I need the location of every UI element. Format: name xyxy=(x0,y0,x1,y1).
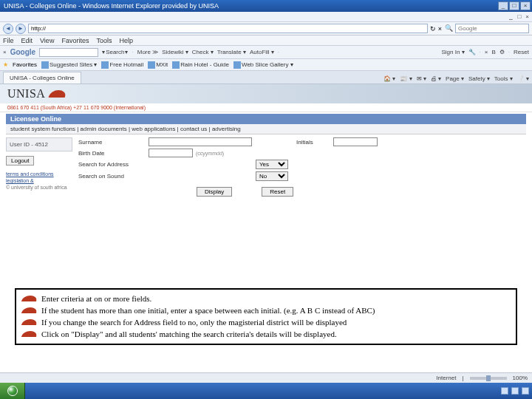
copyright: © university of south africa xyxy=(6,185,72,190)
bullet-icon xyxy=(21,307,38,313)
menu-view[interactable]: View xyxy=(40,37,54,44)
label-search-address: Search for Address xyxy=(78,161,256,168)
note-4: Click on "Display" and all students' mat… xyxy=(41,329,337,340)
select-search-sound[interactable]: No xyxy=(256,171,288,181)
favorites-label[interactable]: Favorites xyxy=(13,61,37,68)
back-button[interactable]: ◄ xyxy=(3,24,13,34)
google-search-input[interactable] xyxy=(39,48,98,57)
fav-hotmail[interactable]: Free Hotmail xyxy=(101,61,143,69)
toolbar-x-icon[interactable]: × xyxy=(3,49,7,55)
menu-file[interactable]: File xyxy=(3,37,14,44)
info-min-icon[interactable]: ⎯ xyxy=(509,13,513,20)
favorites-star-icon[interactable]: ★ xyxy=(3,61,8,68)
select-search-address[interactable]: Yes xyxy=(256,160,288,169)
cmd-help[interactable]: ❔ ▾ xyxy=(517,75,529,82)
toolbar-bold-icon[interactable]: B xyxy=(492,49,496,55)
menu-edit[interactable]: Edit xyxy=(21,37,33,44)
google-brand: Google xyxy=(10,48,35,56)
bullet-icon xyxy=(21,331,38,337)
fav-suggested[interactable]: Suggested Sites ▾ xyxy=(41,61,97,69)
google-search-button[interactable]: ▾ Search ▾ xyxy=(102,49,128,55)
logout-button[interactable]: Logout xyxy=(6,156,34,166)
fav-mxit[interactable]: MXit xyxy=(148,61,168,69)
label-search-sound: Search on Sound xyxy=(78,173,256,180)
toolbar-autofill[interactable]: AutoFill ▾ xyxy=(250,49,274,55)
start-button[interactable] xyxy=(0,383,25,399)
sub-nav: student system functions | admin documen… xyxy=(6,124,526,134)
zoom-thumb[interactable] xyxy=(486,375,491,381)
toolbar-signin[interactable]: Sign In ▾ xyxy=(441,49,464,55)
browser-search-input[interactable] xyxy=(455,24,529,33)
info-close-icon[interactable]: × xyxy=(525,13,529,20)
status-divider: | xyxy=(462,375,463,381)
note-1: Enter criteria at on or more fields. xyxy=(41,293,151,304)
cmd-safety[interactable]: Safety ▾ xyxy=(468,75,490,82)
tray-icon[interactable] xyxy=(522,387,529,395)
menu-help[interactable]: Help xyxy=(119,37,133,44)
fav-rain[interactable]: Rain Hotel - Guide xyxy=(172,61,229,69)
bullet-icon xyxy=(21,296,38,301)
window-title: UNISA - Colleges Online - Windows Intern… xyxy=(1,2,498,10)
instruction-box: Enter criteria at on or more fields. If … xyxy=(15,288,517,345)
address-bar: ◄ ► ↻ × 🔍 xyxy=(0,22,532,35)
note-2: If the student has more than one initial… xyxy=(41,305,375,316)
site-icon xyxy=(148,61,155,69)
toolbar-gear-icon[interactable]: ⚙ xyxy=(499,49,505,55)
input-birthdate[interactable] xyxy=(149,149,193,157)
taskbar xyxy=(0,383,532,399)
link-terms[interactable]: terms and conditions xyxy=(6,171,72,177)
info-max-icon[interactable]: □ xyxy=(517,13,521,20)
toolbar-more[interactable]: More ≫ xyxy=(137,49,158,55)
url-input[interactable] xyxy=(28,24,428,33)
system-tray xyxy=(501,387,532,395)
site-icon xyxy=(233,61,241,69)
swoosh-icon xyxy=(49,90,67,98)
reset-button[interactable]: Reset xyxy=(262,187,293,197)
search-form: Surname Initials Birth Date (ccyymmdd) S… xyxy=(78,137,526,197)
toolbar-reset[interactable]: Reset xyxy=(514,49,529,55)
label-surname: Surname xyxy=(78,139,149,146)
tab-active[interactable]: UNISA - Colleges Online xyxy=(3,72,81,83)
display-button[interactable]: Display xyxy=(197,187,232,197)
cmd-mail[interactable]: ✉ ▾ xyxy=(417,75,426,82)
toolbar-wrench-icon[interactable]: 🔧 xyxy=(468,49,476,55)
cmd-feeds[interactable]: 📰 ▾ xyxy=(400,75,412,82)
close-button[interactable]: × xyxy=(520,1,531,10)
maximize-button[interactable]: □ xyxy=(509,1,519,10)
input-surname[interactable] xyxy=(149,137,252,146)
note-3: If you change the search for Address fie… xyxy=(41,317,347,328)
page-content: UNISA 0861 670 411 (South Africa) +27 11… xyxy=(0,84,532,197)
cmd-page[interactable]: Page ▾ xyxy=(446,75,464,82)
link-legislation[interactable]: legislation & xyxy=(6,178,72,183)
toolbar-translate[interactable]: Translate ▾ xyxy=(217,49,246,55)
toolbar-sidewiki[interactable]: Sidewiki ▾ xyxy=(162,49,188,55)
info-bar: ⎯ □ × xyxy=(0,12,532,22)
window-buttons: _ □ × xyxy=(498,1,531,10)
menu-favorites[interactable]: Favorites xyxy=(61,37,89,44)
phone-bar: 0861 670 411 (South Africa) +27 11 670 9… xyxy=(0,103,532,112)
status-internet: Internet xyxy=(436,375,456,381)
cmd-home[interactable]: 🏠 ▾ xyxy=(383,75,395,82)
tray-icon[interactable] xyxy=(501,387,508,395)
refresh-icon[interactable]: ↻ xyxy=(430,25,436,33)
tray-icon[interactable] xyxy=(511,387,519,395)
sub-nav-links[interactable]: student system functions | admin documen… xyxy=(10,126,241,132)
site-icon xyxy=(172,61,180,69)
menu-tools[interactable]: Tools xyxy=(96,37,112,44)
site-icon xyxy=(101,61,109,69)
zoom-slider[interactable] xyxy=(470,377,507,380)
search-icon[interactable]: 🔍 xyxy=(444,24,453,33)
forward-button[interactable]: ► xyxy=(16,24,26,34)
cmd-tools[interactable]: Tools ▾ xyxy=(494,75,513,82)
input-initials[interactable] xyxy=(333,137,378,146)
toolbar-sep: · xyxy=(132,49,133,55)
cmd-print[interactable]: 🖨 ▾ xyxy=(431,75,441,82)
fav-webslice[interactable]: Web Slice Gallery ▾ xyxy=(233,61,293,69)
stop-icon[interactable]: × xyxy=(438,25,442,33)
user-id-box: User ID - 4512 xyxy=(6,137,72,151)
toolbar-check[interactable]: Check ▾ xyxy=(192,49,214,55)
toolbar-close-icon[interactable]: × xyxy=(485,49,488,55)
site-icon xyxy=(41,61,49,69)
brand-header: UNISA xyxy=(0,84,532,103)
minimize-button[interactable]: _ xyxy=(498,1,508,10)
